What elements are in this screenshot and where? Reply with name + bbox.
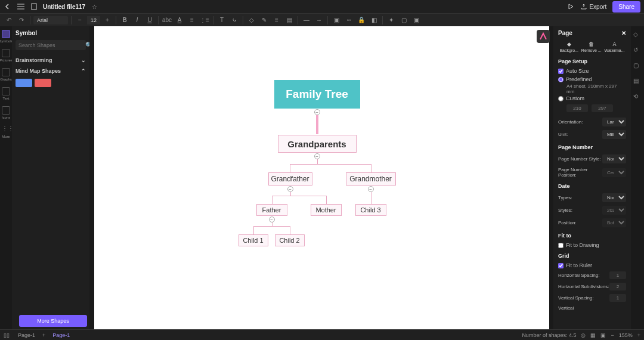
text-color-icon[interactable]: A (174, 15, 185, 26)
bullets-icon[interactable]: ⋮≡ (199, 15, 210, 26)
arrow-icon[interactable]: → (314, 15, 324, 26)
rail-more[interactable]: ⋮⋮More (1, 125, 11, 138)
watermark-button[interactable]: AWaterma... (605, 41, 625, 52)
filename[interactable]: Untitled file117 (43, 4, 85, 10)
rail-text[interactable]: Text (1, 87, 11, 100)
paint-icon[interactable]: ✎ (259, 15, 270, 26)
rail-graphs[interactable]: Graphs (1, 68, 11, 81)
node-child2[interactable]: Child 2 (275, 234, 305, 246)
shape-main-idea[interactable] (16, 79, 32, 87)
star-icon[interactable]: ☆ (90, 2, 98, 11)
more-shapes-button[interactable]: More Shapes (19, 315, 87, 327)
unit-select[interactable]: Millim... (602, 130, 626, 139)
frame2-icon[interactable]: ▣ (411, 15, 422, 26)
orientation-select[interactable]: Lands... (602, 118, 626, 126)
node-grandmother[interactable]: Grandmother (346, 172, 396, 186)
rotate-icon[interactable]: ⤿ (229, 15, 240, 26)
node-mother[interactable]: Mother (311, 204, 342, 216)
size-minus[interactable]: − (75, 15, 85, 26)
italic-icon[interactable]: I (132, 15, 143, 26)
play-icon[interactable] (566, 2, 575, 11)
opt-fit-ruler[interactable]: Fit to Ruler (558, 261, 626, 270)
search-input[interactable] (18, 42, 85, 48)
close-icon[interactable]: ✕ (621, 30, 626, 36)
refresh-icon[interactable]: ⟲ (633, 93, 642, 101)
expand-grandmother[interactable]: − (368, 186, 374, 192)
types-select[interactable]: None (602, 193, 626, 202)
cat-brainstorming[interactable]: Brainstorming⌄ (16, 55, 86, 66)
pnp-select[interactable]: Center (602, 168, 626, 177)
bold-icon[interactable]: B (119, 15, 130, 26)
diamond-icon[interactable]: ◇ (633, 31, 642, 39)
layer-icon[interactable]: ◧ (369, 15, 379, 26)
doc-icon[interactable]: ▤ (633, 78, 642, 86)
node-father[interactable]: Father (256, 204, 287, 216)
fit-icon[interactable]: ▣ (600, 332, 606, 338)
zoom-out[interactable]: − (611, 332, 614, 338)
expand-father[interactable]: − (269, 217, 275, 222)
hsub-input[interactable] (609, 283, 626, 290)
node-child1[interactable]: Child 1 (239, 234, 268, 246)
shape-sub-idea[interactable] (35, 79, 51, 87)
opt-custom[interactable]: Custom (558, 94, 626, 103)
node-root[interactable]: Family Tree (274, 80, 360, 109)
opt-autosize[interactable]: Auto Size (558, 67, 626, 75)
app-badge[interactable] (537, 30, 550, 43)
size-plus[interactable]: + (102, 15, 113, 26)
back-icon[interactable] (4, 2, 12, 11)
text-tool-icon[interactable]: T (216, 15, 227, 26)
remove-button[interactable]: 🗑Remove ... (581, 41, 602, 52)
hs-input[interactable] (609, 271, 626, 279)
pns-select[interactable]: None (602, 154, 626, 163)
sparkle-icon[interactable]: ✦ (386, 15, 397, 26)
node-grandfather[interactable]: Grandfather (268, 172, 312, 186)
target-icon[interactable]: ◎ (581, 332, 586, 338)
font-select[interactable] (33, 16, 68, 24)
node-child3[interactable]: Child 3 (355, 204, 386, 216)
menu-icon[interactable] (17, 2, 25, 11)
font-size-input[interactable] (87, 16, 100, 24)
opt-predefined[interactable]: Predefined (558, 75, 626, 84)
page-tab[interactable]: Page-1 (14, 331, 39, 339)
underline-icon[interactable]: U (144, 15, 155, 26)
expand-grandparents[interactable]: − (314, 153, 320, 159)
line-style-icon[interactable]: — (301, 15, 312, 26)
align-icon[interactable]: ≡ (271, 15, 282, 26)
expand-root[interactable]: − (314, 109, 320, 115)
pages-icon[interactable]: ▯▯ (4, 332, 10, 338)
line-spacing-icon[interactable]: ≡ (187, 15, 197, 26)
cat-mindmap[interactable]: Mind Map Shapes⌃ (16, 66, 86, 76)
strike-icon[interactable]: abc (162, 15, 172, 26)
ungroup-icon[interactable]: ▫▫ (343, 15, 354, 26)
styles-select[interactable]: 2024-... (602, 206, 626, 215)
width-input[interactable] (566, 104, 588, 112)
justify-icon[interactable]: ▤ (284, 15, 295, 26)
rail-pictures[interactable]: Pictures (1, 49, 11, 62)
height-input[interactable] (592, 104, 613, 112)
share-button[interactable]: Share (612, 1, 640, 13)
rail-symbols[interactable]: Symbols (1, 30, 11, 43)
history-icon[interactable]: ↺ (633, 47, 642, 55)
node-grandparents[interactable]: Grandparents (278, 135, 357, 153)
group-icon[interactable]: ▣ (331, 15, 342, 26)
search-icon[interactable]: 🔍 (85, 42, 89, 48)
grid-view-icon[interactable]: ▦ (590, 332, 596, 338)
pos-select[interactable]: Botto... (602, 218, 626, 227)
present-icon[interactable]: ▢ (633, 62, 642, 70)
export-button[interactable]: Export (581, 4, 606, 10)
redo-icon[interactable]: ↷ (16, 15, 27, 26)
lock-icon[interactable]: 🔒 (356, 15, 367, 26)
rail-icons[interactable]: Icons (1, 106, 11, 119)
vs-input[interactable] (609, 294, 626, 302)
clear-icon[interactable]: ◇ (246, 15, 257, 26)
expand-grandfather[interactable]: − (287, 186, 293, 192)
opt-fit-drawing[interactable]: Fit to Drawing (558, 241, 626, 249)
background-button[interactable]: ◆Backgro... (559, 41, 578, 52)
canvas[interactable]: Family Tree − Grandparents − Grandfather… (94, 26, 549, 329)
frame1-icon[interactable]: ▢ (398, 15, 409, 26)
undo-icon[interactable]: ↶ (4, 15, 14, 26)
zoom-in[interactable]: + (637, 332, 640, 338)
add-page-icon[interactable]: + (42, 332, 45, 338)
search-shapes[interactable]: 🔍 (16, 40, 86, 50)
page-link[interactable]: Page-1 (49, 331, 73, 339)
